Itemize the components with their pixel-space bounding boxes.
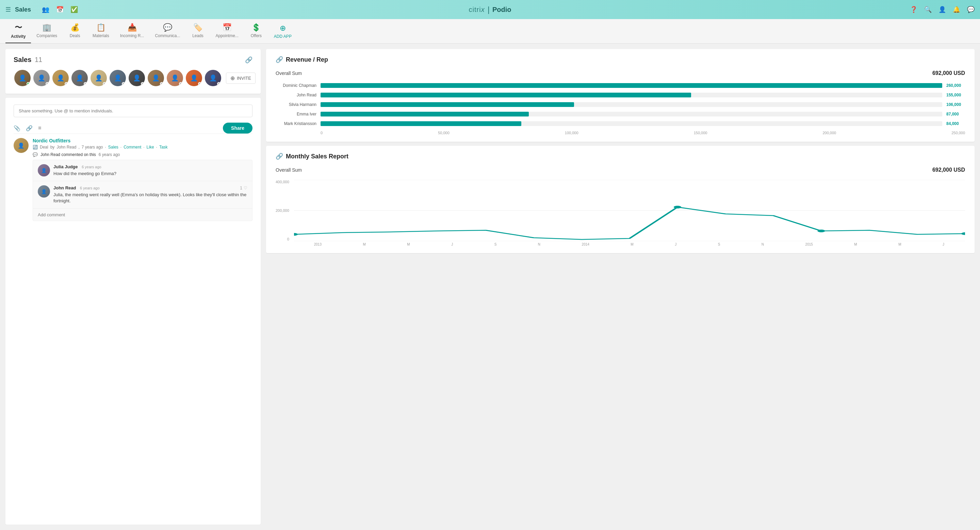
meta-dot3: · <box>143 145 144 150</box>
link-icon[interactable]: 🔗 <box>245 56 253 64</box>
tab-activity-label: Activity <box>11 34 25 39</box>
tab-activity[interactable]: 〜 Activity <box>5 19 31 44</box>
meta-author: John Read <box>56 145 76 150</box>
hamburger-icon[interactable]: ☰ <box>5 6 11 13</box>
line-chart-svg <box>294 180 965 241</box>
share-input-area <box>14 105 253 117</box>
avatars-group: 👤 👤 👤 👤 <box>14 69 222 87</box>
share-toolbar-icons: 📎 🔗 ≡ <box>14 125 41 131</box>
x-label-m3: M <box>630 243 633 246</box>
sales-title: Sales <box>14 56 31 63</box>
avatar: 👤 <box>33 69 50 87</box>
people-icon[interactable]: 👥 <box>42 6 49 13</box>
bar-value: 260,000 <box>946 83 965 88</box>
meta-by: by <box>50 145 55 150</box>
comment-thread: 👤 Julia Judge 6 years ago How did the me… <box>33 160 253 221</box>
x-label: 150,000 <box>694 131 708 135</box>
meta-comment[interactable]: Comment <box>124 145 141 150</box>
help-icon[interactable]: ❓ <box>910 6 917 13</box>
y-label-200: 200,000 <box>275 208 289 212</box>
overall-sum-row: Overall Sum 692,000 USD <box>275 70 965 76</box>
bar-fill <box>321 121 521 126</box>
check-icon[interactable]: ✅ <box>70 6 78 13</box>
x-label-m5: M <box>898 243 901 246</box>
comment-time: 6 years ago <box>99 152 120 157</box>
x-label: 50,000 <box>438 131 450 135</box>
meta-time: 7 years ago <box>82 145 103 150</box>
svg-point-4 <box>673 206 681 208</box>
companies-icon: 🏢 <box>42 23 51 32</box>
comment-body: John Read 6 years ago 1 ♡ Julia, the mee… <box>53 185 247 204</box>
x-label-2014: 2014 <box>582 243 589 246</box>
invite-button[interactable]: ⊕ INVITE <box>226 73 256 84</box>
tab-communica-label: Communica... <box>155 34 180 38</box>
tab-companies-label: Companies <box>37 34 57 38</box>
bar-track <box>321 83 942 88</box>
tab-offers[interactable]: 💲 Offers <box>244 19 269 44</box>
tab-incoming-label: Incoming R... <box>120 34 144 38</box>
x-label: 200,000 <box>822 131 836 135</box>
meta-separator: , <box>78 145 79 150</box>
materials-icon: 📋 <box>96 23 105 32</box>
chat-icon[interactable]: 💬 <box>967 6 975 13</box>
tab-add-app[interactable]: ⊕ ADD APP <box>269 19 297 44</box>
heart-icon[interactable]: ♡ <box>243 186 247 190</box>
bar-fill <box>321 102 574 107</box>
user-icon[interactable]: 👤 <box>939 6 946 13</box>
meta-workspace[interactable]: Sales <box>108 145 118 150</box>
main-layout: Sales 11 🔗 👤 👤 👤 <box>0 44 980 530</box>
revenue-rep-card: 🔗 Revenue / Rep Overall Sum 692,000 USD … <box>266 49 975 142</box>
tab-deals[interactable]: 💰 Deals <box>63 19 87 44</box>
tab-leads[interactable]: 🏷️ Leads <box>185 19 210 44</box>
attach-icon[interactable]: 📎 <box>14 125 21 131</box>
meta-like[interactable]: Like <box>147 145 154 150</box>
feed-org-link[interactable]: Nordic Outfitters <box>33 138 70 144</box>
tab-appointments[interactable]: 📅 Appointme... <box>210 19 243 44</box>
tab-materials[interactable]: 📋 Materials <box>87 19 115 44</box>
x-label-2013: 2013 <box>314 243 321 246</box>
bar-label: Emma Iver <box>275 112 317 117</box>
bell-icon[interactable]: 🔔 <box>953 6 960 13</box>
share-button[interactable]: Share <box>223 123 253 134</box>
leads-icon: 🏷️ <box>193 23 202 32</box>
left-panel: Sales 11 🔗 👤 👤 👤 <box>5 49 261 525</box>
feed-meta: 🔄 Deal by John Read , 7 years ago · Sale… <box>33 145 253 150</box>
avatar: 👤 <box>185 69 203 87</box>
meta-task[interactable]: Task <box>159 145 168 150</box>
tab-add-app-label: ADD APP <box>274 34 292 39</box>
tab-offers-label: Offers <box>251 34 262 38</box>
bar-fill <box>321 83 942 88</box>
comment-author: Julia Judge <box>53 164 78 169</box>
bar-track <box>321 102 942 107</box>
avatar: 👤 <box>14 69 31 87</box>
tab-companies[interactable]: 🏢 Companies <box>31 19 63 44</box>
incoming-icon: 📥 <box>127 23 137 32</box>
x-label-j1: J <box>451 243 453 246</box>
calendar-icon[interactable]: 📅 <box>56 6 64 13</box>
meta-dot4: · <box>156 145 157 150</box>
share-input[interactable] <box>14 105 253 117</box>
feed-content: Nordic Outfitters 🔄 Deal by John Read , … <box>33 138 253 221</box>
appointments-icon: 📅 <box>223 23 232 32</box>
add-comment-input[interactable] <box>38 212 247 217</box>
right-icons: ❓ 🔍 👤 🔔 💬 <box>910 6 975 13</box>
bar-value: 84,000 <box>946 121 965 126</box>
bar-value: 87,000 <box>946 112 965 117</box>
citrix-text: citrix <box>469 6 485 14</box>
link-attach-icon[interactable]: 🔗 <box>26 125 33 131</box>
activity-feed-card: 📎 🔗 ≡ Share 👤 Nordic Outfitters 🔄 Deal b… <box>5 98 261 525</box>
app-tabs: 〜 Activity 🏢 Companies 💰 Deals 📋 Materia… <box>0 19 980 44</box>
tab-communica[interactable]: 💬 Communica... <box>150 19 185 44</box>
feed-comment-line: 💬 John Read commented on this 6 years ag… <box>33 152 253 157</box>
monthly-title-text: Monthly Sales Report <box>286 153 348 160</box>
meta-type: Deal <box>40 145 48 150</box>
bar-track <box>321 93 942 97</box>
deals-icon: 💰 <box>70 23 80 32</box>
svg-point-5 <box>817 230 825 232</box>
list-icon[interactable]: ≡ <box>38 125 41 131</box>
search-icon[interactable]: 🔍 <box>924 6 932 13</box>
avatar: 👤 <box>71 69 89 87</box>
avatar: 👤 <box>128 69 146 87</box>
tab-incoming[interactable]: 📥 Incoming R... <box>115 19 150 44</box>
bar-label: Mark Kristiansson <box>275 121 317 126</box>
